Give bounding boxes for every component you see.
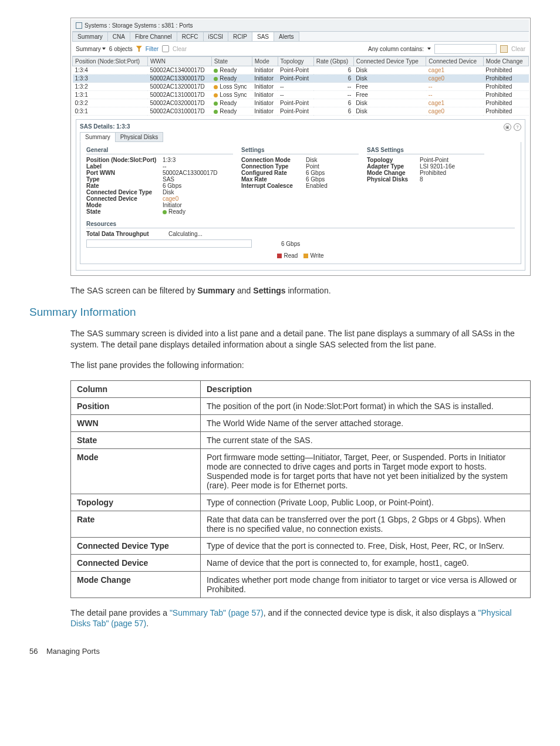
table-cell: -- (278, 83, 313, 91)
kv-row: Configured Rate6 Gbps (241, 170, 359, 176)
desc-column-name: WWN (71, 414, 201, 431)
chevron-down-icon[interactable] (427, 48, 431, 50)
tab-fibre-channel[interactable]: Fibre Channel (130, 32, 177, 41)
clipboard-icon[interactable] (500, 45, 508, 53)
table-row[interactable]: 1:3:150002AC13100017DLoss SyncInitiator-… (73, 91, 529, 99)
connected-device-link[interactable]: cage1 (429, 100, 444, 106)
status-dot-green-icon (214, 77, 218, 81)
legend-write-label: Write (310, 252, 323, 259)
list-header-cell[interactable]: Connected Device (426, 57, 483, 66)
table-cell: -- (426, 83, 483, 91)
table-row[interactable]: 1:3:350002AC13300017DReadyInitiatorPoint… (73, 75, 529, 83)
filter-icon[interactable] (136, 46, 142, 52)
desc-table-row: Connected DeviceName of device that the … (71, 554, 531, 571)
table-cell: Ready (211, 75, 252, 83)
help-icon[interactable]: ? (514, 123, 521, 131)
detail-tab-strip: SummaryPhysical Disks (80, 132, 521, 142)
kv-value: Enabled (306, 183, 359, 189)
kv-value: cage0 (163, 195, 233, 202)
kv-key: Connection Type (241, 163, 306, 170)
clear-search-link[interactable]: Clear (511, 46, 525, 52)
doc-paragraph: The SAS screen can be filtered by Summar… (70, 285, 531, 296)
doc-paragraph: The SAS summary screen is divided into a… (70, 328, 531, 350)
table-cell: Initiator (252, 66, 278, 75)
desc-table-row: RateRate that data can be transferred ov… (71, 511, 531, 537)
detail-tab-physical-disks[interactable]: Physical Disks (115, 132, 163, 142)
table-cell: 6 (313, 75, 353, 83)
connected-device-link[interactable]: -- (429, 92, 433, 98)
table-cell: Ready (211, 66, 252, 75)
tab-summary[interactable]: Summary (72, 32, 108, 41)
list-header-cell[interactable]: WWN (147, 57, 211, 66)
table-cell: 50002AC13300017D (147, 75, 211, 83)
tab-rcip[interactable]: RCIP (228, 32, 252, 41)
list-header-cell[interactable]: State (211, 57, 252, 66)
detail-tab-summary[interactable]: Summary (80, 132, 116, 142)
list-header-cell[interactable]: Position (Node:Slot:Port) (73, 57, 148, 66)
kv-key: Connected Device Type (86, 189, 163, 195)
table-cell: Loss Sync (211, 91, 252, 99)
list-header-cell[interactable]: Connected Device Type (353, 57, 426, 66)
table-cell: Prohibited (483, 107, 528, 116)
table-cell: Initiator (252, 107, 278, 116)
desc-column-name: Connected Device Type (71, 537, 201, 554)
link-summary-tab[interactable]: "Summary Tab" (page 57) (170, 608, 264, 617)
tab-rcfc[interactable]: RCFC (177, 32, 204, 41)
tab-iscsi[interactable]: iSCSI (203, 32, 229, 41)
kv-key: Mode Change (367, 170, 420, 176)
sas-list-table[interactable]: Position (Node:Slot:Port)WWNStateModeTop… (72, 56, 529, 116)
desc-column-name: Topology (71, 494, 201, 511)
table-cell: Initiator (252, 75, 278, 83)
connected-device-link[interactable]: cage0 (429, 108, 444, 114)
column-search-input[interactable] (434, 44, 497, 54)
desc-column-name: State (71, 431, 201, 448)
status-dot-green-icon (214, 110, 218, 114)
table-row[interactable]: 0:3:250002AC03200017DReadyInitiatorPoint… (73, 99, 529, 107)
kv-value: 6 Gbps (163, 183, 233, 189)
view-dropdown[interactable]: Summary (76, 46, 106, 52)
kv-value: Initiator (163, 202, 233, 208)
connected-device-link[interactable]: cage0 (163, 195, 178, 202)
table-cell: Point-Point (278, 66, 313, 75)
tab-sas[interactable]: SAS (252, 32, 274, 41)
kv-row: Physical Disks8 (367, 176, 484, 183)
section-heading-summary: Summary Information (29, 306, 531, 319)
table-row[interactable]: 1:3:250002AC13200017DLoss SyncInitiator-… (73, 83, 529, 91)
table-row[interactable]: 1:3:450002AC13400017DReadyInitiatorPoint… (73, 66, 529, 75)
list-header-cell[interactable]: Mode (252, 57, 278, 66)
connected-device-link[interactable]: cage1 (429, 67, 444, 73)
table-cell: 6 (313, 107, 353, 116)
list-header-cell[interactable]: Mode Change (483, 57, 528, 66)
tdt-value: Calculating... (168, 231, 515, 237)
desc-column-name: Connected Device (71, 554, 201, 571)
list-header-cell[interactable]: Topology (278, 57, 313, 66)
desc-column-description: Indicates whether port mode change from … (201, 571, 531, 598)
status-dot-orange-icon (214, 85, 218, 89)
table-row[interactable]: 0:3:150002AC03100017DReadyInitiatorPoint… (73, 107, 529, 116)
clear-filter-icon[interactable] (162, 45, 169, 52)
expand-icon[interactable]: ▣ (504, 123, 511, 131)
table-cell: Ready (211, 99, 252, 107)
kv-key: Label (86, 163, 163, 170)
tab-cna[interactable]: CNA (107, 32, 130, 41)
connected-device-link[interactable]: -- (429, 83, 433, 90)
table-cell: Point-Point (278, 107, 313, 116)
list-header-cell[interactable]: Rate (Gbps) (313, 57, 353, 66)
desc-table-row: TopologyType of connection (Private Loop… (71, 494, 531, 511)
kv-row: Connection TypePoint (241, 163, 359, 170)
settings-column: Settings Connection ModeDiskConnection T… (241, 147, 359, 215)
filter-link[interactable]: Filter (146, 46, 158, 52)
tab-alerts[interactable]: Alerts (274, 32, 299, 41)
kv-value: Disk (306, 157, 359, 163)
kv-row: TopologyPoint-Point (367, 157, 484, 163)
kv-row: Rate6 Gbps (86, 183, 233, 189)
table-cell: 0:3:2 (73, 99, 148, 107)
kv-row: Interrupt CoalesceEnabled (241, 183, 359, 189)
desc-table-row: StateThe current state of the SAS. (71, 431, 531, 448)
page-number: 56 (29, 647, 38, 656)
connected-device-link[interactable]: cage0 (429, 75, 444, 82)
breadcrumb-bar: Systems : Storage Systems : s381 : Ports (72, 19, 529, 32)
kv-key: Max Rate (241, 176, 306, 183)
table-cell: Point-Point (278, 99, 313, 107)
table-cell: Free (353, 83, 426, 91)
